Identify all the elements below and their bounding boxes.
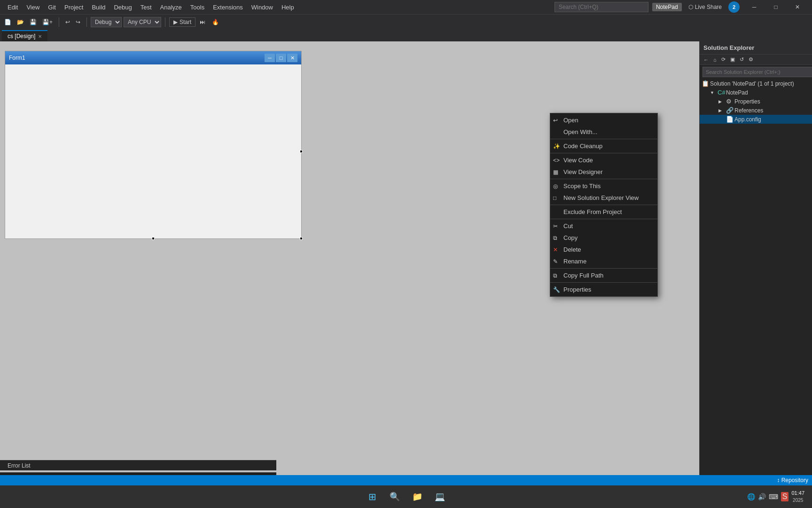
new-file-button[interactable]: 📄 xyxy=(2,17,14,27)
menu-window[interactable]: Window xyxy=(248,2,277,13)
ctx-copy-full-path[interactable]: ⧉ Copy Full Path xyxy=(550,270,657,281)
undo-button[interactable]: ↩ xyxy=(63,17,72,27)
se-home-button[interactable]: ⌂ xyxy=(711,56,718,64)
ctx-exclude-from-project[interactable]: Exclude From Project xyxy=(550,206,657,218)
menu-help[interactable]: Help xyxy=(278,2,298,13)
ctx-new-solution-label: New Solution Explorer View xyxy=(563,194,639,201)
taskbar-clock[interactable]: 01:47 2025 xyxy=(791,490,804,503)
se-refresh-button[interactable]: ↺ xyxy=(738,56,746,64)
menu-bar: Edit View Git Project Build Debug Test A… xyxy=(0,0,812,14)
ctx-view-code-label: View Code xyxy=(563,157,593,164)
project-node[interactable]: ▼ C# NotePad xyxy=(700,88,812,97)
appconfig-node[interactable]: 📄 App.config xyxy=(700,115,812,124)
platform-select[interactable]: Any CPU xyxy=(124,17,161,27)
open-file-button[interactable]: 📂 xyxy=(15,17,26,27)
user-avatar[interactable]: 2 xyxy=(728,1,740,13)
properties-node[interactable]: ▶ ⚙ Properties xyxy=(700,97,812,106)
ctx-rename[interactable]: ✎ Rename xyxy=(550,255,657,267)
ctx-delete-label: Delete xyxy=(563,246,581,253)
menu-edit[interactable]: Edit xyxy=(4,2,22,13)
references-node[interactable]: ▶ 🔗 References xyxy=(700,106,812,115)
menu-debug[interactable]: Debug xyxy=(110,2,135,13)
ctx-cut[interactable]: ✂ Cut xyxy=(550,220,657,232)
properties-label: Properties xyxy=(734,98,810,105)
hot-reload-button[interactable]: 🔥 xyxy=(210,17,221,27)
live-share-button[interactable]: ⬡ Live Share xyxy=(686,3,725,11)
solution-explorer-header: Solution Explorer xyxy=(700,41,812,55)
volume-icon[interactable]: 🔊 xyxy=(758,493,766,500)
ctx-open[interactable]: ↩ Open xyxy=(550,114,657,126)
toolbar-separator-3 xyxy=(165,17,165,27)
ctx-open-with-label: Open With... xyxy=(563,128,597,135)
form-body[interactable] xyxy=(5,64,301,238)
project-label: NotePad xyxy=(726,89,810,96)
network-icon[interactable]: 🌐 xyxy=(747,493,755,500)
vs-icon: 💻 xyxy=(435,492,445,502)
ctx-open-with[interactable]: Open With... xyxy=(550,126,657,138)
ctx-rename-label: Rename xyxy=(563,258,586,265)
start-menu-button[interactable]: ⊞ xyxy=(362,486,383,507)
menu-git[interactable]: Git xyxy=(44,2,60,13)
ctx-new-solution-view[interactable]: □ New Solution Explorer View xyxy=(550,192,657,204)
status-bar: ↕ Repository xyxy=(0,475,812,485)
solution-node[interactable]: 📋 Solution 'NotePad' (1 of 1 project) xyxy=(700,79,812,88)
context-menu: ↩ Open Open With... ✨ Code Cleanup <> Vi… xyxy=(550,113,658,297)
toolbar-separator-1 xyxy=(59,17,59,27)
resize-handle-bottom[interactable] xyxy=(152,237,155,240)
project-expand-arrow[interactable]: ▼ xyxy=(710,90,717,95)
resize-handle-bottom-right[interactable] xyxy=(300,237,303,240)
ctx-properties[interactable]: 🔧 Properties xyxy=(550,284,657,295)
s-icon[interactable]: S xyxy=(781,492,789,501)
ctx-scope-to-this[interactable]: ◎ Scope to This xyxy=(550,180,657,192)
menu-tools[interactable]: Tools xyxy=(187,2,208,13)
minimize-button[interactable]: ─ xyxy=(743,0,765,14)
menu-test[interactable]: Test xyxy=(137,2,156,13)
ctx-delete[interactable]: ✕ Delete xyxy=(550,244,657,255)
close-button[interactable]: ✕ xyxy=(787,0,808,14)
form-title-bar: Form1 ─ □ ✕ xyxy=(5,51,301,64)
tab-label: cs [Design] xyxy=(8,33,35,40)
form-close-button[interactable]: ✕ xyxy=(287,54,297,62)
file-explorer-button[interactable]: 📁 xyxy=(407,486,428,507)
solution-explorer-panel: Solution Explorer ← ⌂ ⟳ ▣ ↺ ⚙ 📋 Solution… xyxy=(699,41,812,482)
menu-build[interactable]: Build xyxy=(88,2,109,13)
se-search-input[interactable] xyxy=(703,67,812,77)
se-back-button[interactable]: ← xyxy=(702,56,710,64)
tab-cs-design[interactable]: cs [Design] ✕ xyxy=(2,30,47,41)
visual-studio-button[interactable]: 💻 xyxy=(429,486,450,507)
taskbar-search-button[interactable]: 🔍 xyxy=(384,486,405,507)
attach-button[interactable]: ⏭ xyxy=(197,17,208,27)
menu-project[interactable]: Project xyxy=(61,2,87,13)
maximize-button[interactable]: □ xyxy=(765,0,787,14)
se-sync-button[interactable]: ⟳ xyxy=(719,56,727,64)
ctx-copy[interactable]: ⧉ Copy xyxy=(550,232,657,244)
form-maximize-button[interactable]: □ xyxy=(276,54,286,62)
redo-button[interactable]: ↪ xyxy=(73,17,83,27)
error-list-tab[interactable]: Error List xyxy=(4,461,34,470)
ctx-new-solution-icon: □ xyxy=(553,195,561,201)
live-share-icon: ⬡ xyxy=(688,4,693,10)
save-all-button[interactable]: 💾+ xyxy=(40,17,55,27)
input-icon[interactable]: ⌨ xyxy=(769,493,778,500)
ctx-view-designer[interactable]: ▦ View Designer xyxy=(550,166,657,178)
tab-close-button[interactable]: ✕ xyxy=(38,34,42,39)
folder-icon: 📁 xyxy=(412,492,422,502)
ctx-sep-5 xyxy=(550,219,657,219)
se-collapse-button[interactable]: ▣ xyxy=(728,56,737,64)
menu-analyze[interactable]: Analyze xyxy=(156,2,186,13)
se-settings-button[interactable]: ⚙ xyxy=(747,56,755,64)
form-minimize-button[interactable]: ─ xyxy=(265,54,275,62)
references-arrow[interactable]: ▶ xyxy=(718,108,725,113)
save-button[interactable]: 💾 xyxy=(27,17,39,27)
menu-view[interactable]: View xyxy=(23,2,43,13)
start-button[interactable]: ▶ Start xyxy=(169,17,195,27)
ctx-code-cleanup[interactable]: ✨ Code Cleanup xyxy=(550,140,657,152)
properties-arrow[interactable]: ▶ xyxy=(718,99,725,104)
se-toolbar: ← ⌂ ⟳ ▣ ↺ ⚙ xyxy=(700,55,812,65)
menu-extensions[interactable]: Extensions xyxy=(209,2,247,13)
resize-handle-right[interactable] xyxy=(300,150,303,153)
ctx-view-code[interactable]: <> View Code xyxy=(550,154,657,166)
ctx-properties-icon: 🔧 xyxy=(553,286,561,293)
debug-config-select[interactable]: Debug xyxy=(91,17,122,27)
global-search-input[interactable] xyxy=(554,2,648,12)
